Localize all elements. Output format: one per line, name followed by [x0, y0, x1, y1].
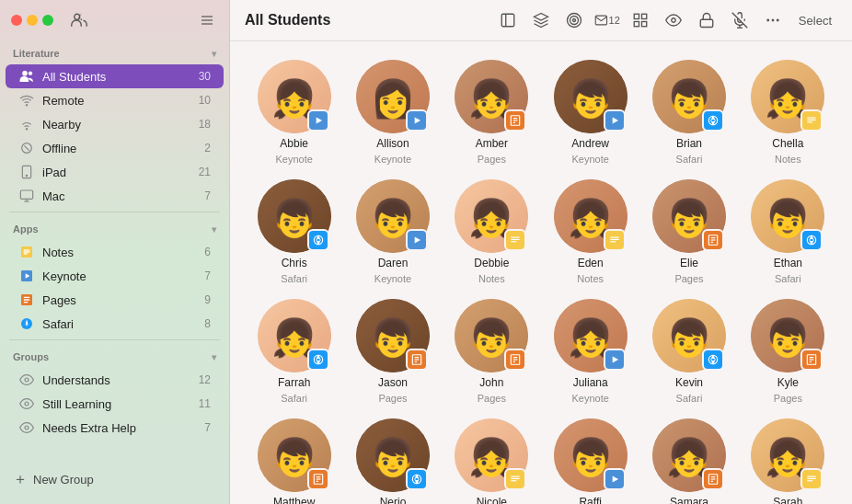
- student-card-amber[interactable]: 👧 Amber Pages: [446, 60, 537, 165]
- svg-marker-62: [612, 118, 617, 124]
- student-card-raffi[interactable]: 👦 Raffi Keynote: [545, 418, 636, 504]
- pages-icon: [18, 292, 35, 308]
- sidebar-item-pages[interactable]: Pages 9: [6, 288, 224, 312]
- sidebar-count-offline: 2: [204, 142, 211, 155]
- student-app-daren: Keynote: [374, 273, 411, 284]
- lock-icon[interactable]: [694, 7, 720, 33]
- sidebar-item-nearby[interactable]: Nearby 18: [6, 112, 224, 136]
- groups-label: Groups: [13, 351, 49, 362]
- svg-point-34: [570, 17, 578, 25]
- student-card-andrew[interactable]: 👦 Andrew Keynote: [545, 60, 636, 165]
- eye-icon[interactable]: [661, 7, 686, 33]
- apps-section: Apps ▾: [0, 216, 229, 240]
- student-name-debbie: Debbie: [474, 257, 509, 269]
- sidebar-item-all-students[interactable]: All Students 30: [6, 64, 224, 88]
- sidebar-item-mac[interactable]: Mac 7: [6, 184, 224, 208]
- student-card-chella[interactable]: 👧 Chella Notes: [743, 60, 834, 165]
- student-card-elie[interactable]: 👦 Elie Pages: [643, 179, 734, 284]
- sidebar-label-ipad: iPad: [42, 166, 191, 179]
- avatar-raffi: 👦: [554, 418, 627, 492]
- app-badge-raffi: [604, 468, 626, 490]
- new-group-button[interactable]: ＋ New Group: [0, 463, 229, 497]
- avatar-farrah: 👧: [258, 299, 331, 372]
- target-icon[interactable]: [561, 7, 587, 33]
- sidebar-label-offline: Offline: [42, 142, 197, 155]
- student-card-samara[interactable]: 👧 Samara Pages: [643, 418, 734, 504]
- svg-point-35: [572, 19, 575, 22]
- student-card-eden[interactable]: 👧 Eden Notes: [545, 179, 636, 284]
- svg-line-9: [24, 145, 29, 150]
- svg-rect-30: [501, 14, 514, 27]
- sidebar-item-safari[interactable]: Safari 8: [6, 312, 224, 336]
- student-card-nicole[interactable]: 👧 Nicole Notes: [446, 418, 537, 504]
- minimize-button[interactable]: [27, 15, 38, 26]
- sidebar-item-offline[interactable]: Offline 2: [6, 136, 224, 160]
- student-name-amber: Amber: [476, 137, 508, 150]
- sidebar-item-ipad[interactable]: iPad 21: [6, 160, 224, 184]
- avatar-nicole: 👧: [455, 418, 528, 492]
- app-badge-eden: [604, 229, 626, 251]
- student-card-farrah[interactable]: 👧 Farrah Safari: [248, 299, 340, 404]
- student-card-nerio[interactable]: 👦 Nerio Safari: [347, 418, 438, 504]
- groups-section: Groups ▾: [0, 344, 229, 368]
- sidebar-item-keynote[interactable]: Keynote 7: [6, 264, 224, 288]
- svg-marker-142: [416, 475, 419, 478]
- close-button[interactable]: [11, 15, 22, 26]
- more-button[interactable]: [760, 7, 786, 33]
- avatar-jason: 👦: [356, 299, 430, 372]
- student-name-elie: Elie: [680, 257, 698, 269]
- student-name-kyle: Kyle: [777, 376, 799, 389]
- grid-icon[interactable]: [627, 7, 653, 33]
- traffic-lights: [11, 15, 53, 26]
- mic-slash-icon[interactable]: [727, 7, 753, 33]
- groups-header: Groups ▾: [0, 348, 229, 364]
- app-badge-nicole: [504, 468, 526, 490]
- student-card-ethan[interactable]: 👦 Ethan Safari: [743, 179, 834, 284]
- student-card-brian[interactable]: 👦 Brian Safari: [643, 60, 734, 165]
- student-name-chris: Chris: [282, 257, 307, 269]
- maximize-button[interactable]: [42, 15, 53, 26]
- student-card-abbie[interactable]: 👧 Abbie Keynote: [248, 60, 340, 165]
- student-card-kyle[interactable]: 👦 Kyle Pages: [743, 299, 834, 404]
- student-card-juliana[interactable]: 👧 Juliana Keynote: [545, 299, 636, 404]
- sidebar-item-notes[interactable]: Notes 6: [6, 240, 224, 264]
- student-app-andrew: Keynote: [571, 154, 608, 165]
- student-card-chris[interactable]: 👦 Chris Safari: [248, 179, 340, 284]
- sidebar-toggle-button[interactable]: [495, 7, 521, 33]
- sidebar-item-still-learning[interactable]: Still Learning 11: [6, 392, 224, 416]
- apps-chevron: ▾: [212, 224, 216, 235]
- sidebar-label-understands: Understands: [42, 373, 191, 387]
- svg-rect-39: [641, 22, 646, 27]
- literature-items: All Students 30 Remote 10 Nearby 18 Offl…: [0, 64, 229, 208]
- offline-icon: [18, 140, 35, 156]
- sidebar-item-needs-extra-help[interactable]: Needs Extra Help 7: [6, 416, 224, 440]
- layers-icon[interactable]: [528, 7, 554, 33]
- sidebar-item-remote[interactable]: Remote 10: [6, 88, 224, 112]
- student-card-debbie[interactable]: 👧 Debbie Notes: [446, 179, 537, 284]
- svg-rect-36: [634, 14, 639, 18]
- avatar-john: 👦: [455, 299, 528, 372]
- divider-2: [9, 339, 220, 340]
- student-card-allison[interactable]: 👩 Allison Keynote: [347, 60, 438, 165]
- student-card-kevin[interactable]: 👦 Kevin Safari: [643, 299, 734, 404]
- student-card-matthew[interactable]: 👦 Matthew Pages: [248, 418, 340, 504]
- sidebar-item-understands[interactable]: Understands 12: [6, 368, 224, 392]
- apps-header: Apps ▾: [0, 220, 229, 236]
- student-card-john[interactable]: 👦 John Pages: [446, 299, 537, 404]
- app-badge-abbie: [307, 109, 329, 132]
- svg-marker-80: [415, 237, 420, 244]
- people-icon[interactable]: [68, 9, 90, 31]
- avatar-chris: 👦: [258, 179, 331, 253]
- student-app-brian: Safari: [676, 154, 703, 165]
- student-card-jason[interactable]: 👦 Jason Pages: [347, 299, 438, 404]
- student-app-jason: Pages: [378, 393, 407, 404]
- app-badge-amber: [504, 109, 526, 132]
- mail-button[interactable]: 12: [594, 7, 620, 33]
- student-card-sarah[interactable]: 👧 Sarah Notes: [743, 418, 834, 504]
- list-icon[interactable]: [196, 9, 218, 31]
- sidebar: Literature ▾ All Students 30 Remote 10 N…: [0, 0, 230, 504]
- student-app-amber: Pages: [478, 154, 506, 165]
- student-card-daren[interactable]: 👦 Daren Keynote: [347, 179, 438, 284]
- apps-items: Notes 6 Keynote 7 Pages 9 Safari 8: [0, 240, 229, 336]
- select-button[interactable]: Select: [793, 12, 837, 29]
